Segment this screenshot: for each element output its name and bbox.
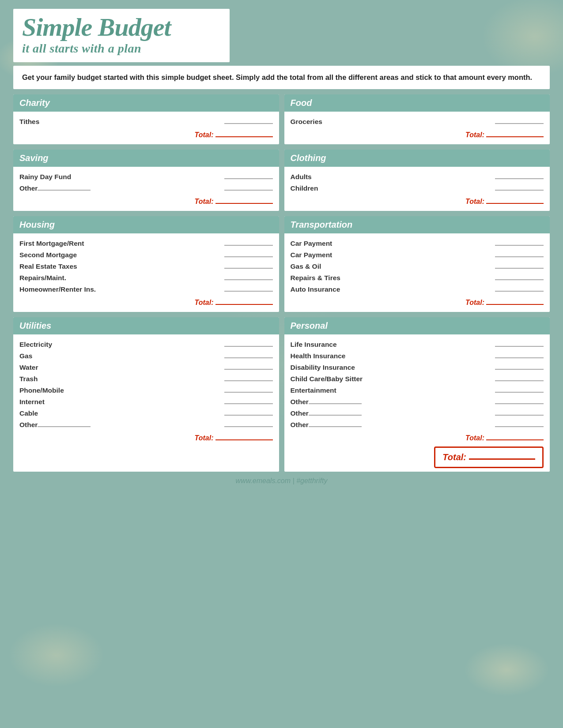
grand-total-box: Total:	[434, 447, 544, 468]
total-line[interactable]	[215, 436, 273, 440]
item-first-mortgage: First Mortgage/Rent	[19, 240, 224, 248]
input-line[interactable]	[224, 186, 273, 191]
item-second-mortgage: Second Mortgage	[19, 251, 224, 259]
input-line[interactable]	[224, 264, 273, 269]
table-row: Cable	[19, 408, 273, 419]
table-row: Gas	[19, 350, 273, 362]
clothing-body: Adults Children Total:	[284, 167, 550, 211]
clothing-section: Clothing Adults Children Total:	[284, 150, 550, 211]
table-row: Entertainment	[291, 385, 544, 396]
item-other-personal-3: Other	[291, 421, 495, 429]
input-line[interactable]	[224, 241, 273, 246]
input-line[interactable]	[495, 241, 544, 246]
item-gas: Gas	[19, 352, 224, 360]
input-line[interactable]	[495, 276, 544, 280]
input-line[interactable]	[224, 411, 273, 416]
input-line[interactable]	[224, 342, 273, 347]
table-row: Auto Insurance	[291, 284, 544, 295]
input-line[interactable]	[224, 365, 273, 370]
table-row: Tithes	[19, 116, 273, 128]
input-line[interactable]	[224, 354, 273, 358]
table-row: Other	[291, 396, 544, 408]
table-row: Health Insurance	[291, 350, 544, 362]
total-row: Total:	[19, 128, 273, 141]
item-other-personal-1: Other	[291, 398, 495, 406]
input-line[interactable]	[495, 411, 544, 416]
charity-section: Charity Tithes Total:	[13, 94, 279, 144]
input-line[interactable]	[495, 120, 544, 124]
item-other-utilities: Other	[19, 421, 224, 429]
total-line[interactable]	[486, 133, 544, 137]
item-car-payment-1: Car Payment	[291, 240, 495, 248]
grand-total-wrapper: Total:	[291, 447, 544, 468]
item-water: Water	[19, 364, 224, 372]
input-line[interactable]	[224, 377, 273, 381]
charity-header: Charity	[13, 94, 279, 112]
total-row: Total:	[291, 431, 544, 444]
input-line[interactable]	[495, 342, 544, 347]
input-line[interactable]	[224, 253, 273, 257]
table-row: Trash	[19, 373, 273, 385]
total-line[interactable]	[486, 199, 544, 204]
transportation-header: Transportation	[284, 216, 550, 233]
input-line[interactable]	[224, 423, 273, 427]
input-line[interactable]	[495, 388, 544, 393]
item-internet: Internet	[19, 398, 224, 406]
table-row: Disability Insurance	[291, 362, 544, 373]
item-phone-mobile: Phone/Mobile	[19, 387, 224, 394]
input-line[interactable]	[495, 377, 544, 381]
utilities-body: Electricity Gas Water Trash Phone/Mobile	[13, 334, 279, 447]
input-line[interactable]	[224, 120, 273, 124]
item-children: Children	[291, 184, 495, 192]
input-line[interactable]	[495, 253, 544, 257]
total-line[interactable]	[215, 300, 273, 305]
input-line[interactable]	[495, 287, 544, 292]
housing-section: Housing First Mortgage/Rent Second Mortg…	[13, 216, 279, 312]
total-line[interactable]	[486, 300, 544, 305]
total-label: Total:	[465, 434, 484, 442]
table-row: Homeowner/Renter Ins.	[19, 284, 273, 295]
header-box: Simple Budget it all starts with a plan	[13, 9, 230, 62]
total-line[interactable]	[215, 133, 273, 137]
housing-header: Housing	[13, 216, 279, 233]
total-label: Total:	[465, 131, 484, 139]
table-row: First Mortgage/Rent	[19, 238, 273, 249]
table-row: Child Care/Baby Sitter	[291, 373, 544, 385]
total-label: Total:	[465, 299, 484, 307]
input-line[interactable]	[224, 175, 273, 179]
total-line[interactable]	[486, 436, 544, 440]
item-tithes: Tithes	[19, 118, 224, 126]
table-row: Real Estate Taxes	[19, 261, 273, 272]
item-disability-insurance: Disability Insurance	[291, 364, 495, 372]
total-row: Total:	[291, 128, 544, 141]
item-child-care: Child Care/Baby Sitter	[291, 375, 495, 383]
input-line[interactable]	[495, 354, 544, 358]
input-line[interactable]	[224, 287, 273, 292]
input-line[interactable]	[495, 400, 544, 404]
total-label: Total:	[195, 198, 214, 206]
table-row: Repairs & Tires	[291, 272, 544, 284]
input-line[interactable]	[495, 186, 544, 191]
food-header: Food	[284, 94, 550, 112]
table-row: Repairs/Maint.	[19, 272, 273, 284]
grand-total-line[interactable]	[469, 454, 535, 460]
input-line[interactable]	[224, 400, 273, 404]
utilities-header: Utilities	[13, 317, 279, 334]
table-row: Adults	[291, 171, 544, 183]
input-line[interactable]	[495, 365, 544, 370]
input-line[interactable]	[224, 276, 273, 280]
input-line[interactable]	[495, 264, 544, 269]
table-row: Rainy Day Fund	[19, 171, 273, 183]
housing-body: First Mortgage/Rent Second Mortgage Real…	[13, 233, 279, 312]
title-main: Simple Budget	[22, 13, 221, 41]
input-line[interactable]	[224, 388, 273, 393]
input-line[interactable]	[495, 423, 544, 427]
total-line[interactable]	[215, 199, 273, 204]
input-line[interactable]	[495, 175, 544, 179]
item-homeowner-ins: Homeowner/Renter Ins.	[19, 285, 224, 293]
transportation-section: Transportation Car Payment Car Payment G…	[284, 216, 550, 312]
clothing-header: Clothing	[284, 150, 550, 167]
item-entertainment: Entertainment	[291, 387, 495, 394]
table-row: Phone/Mobile	[19, 385, 273, 396]
item-other-personal-2: Other	[291, 409, 495, 417]
